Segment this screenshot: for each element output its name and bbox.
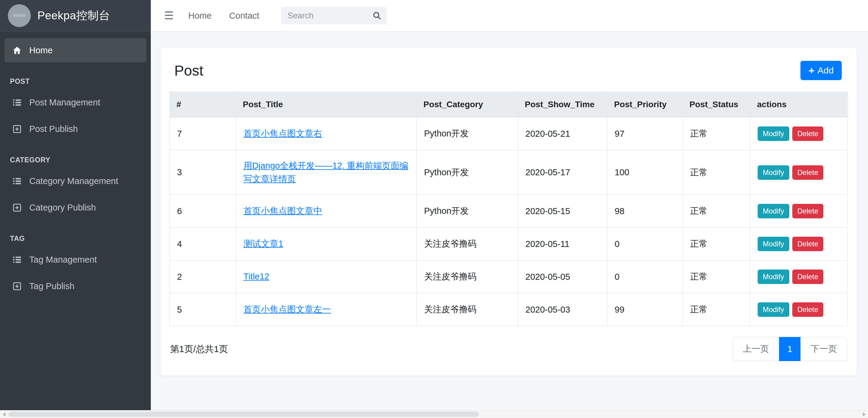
col-header-index: # bbox=[170, 92, 236, 117]
scrollbar-thumb[interactable] bbox=[8, 412, 479, 417]
post-card: Post + Add # Post_Title Post_Category Po… bbox=[160, 47, 857, 376]
horizontal-scrollbar[interactable] bbox=[0, 410, 868, 418]
modify-button[interactable]: Modify bbox=[757, 237, 789, 251]
post-category-cell: 关注皮爷撸码 bbox=[417, 260, 518, 293]
post-show-time-cell: 2020-05-05 bbox=[518, 260, 608, 293]
post-id-cell: 4 bbox=[170, 228, 236, 260]
sidebar-item-category-publish[interactable]: Category Publish bbox=[4, 196, 146, 219]
plus-icon: + bbox=[809, 65, 815, 76]
search-input[interactable] bbox=[281, 7, 386, 24]
col-header-category: Post_Category bbox=[417, 92, 518, 117]
post-title-cell: 测试文章1 bbox=[236, 228, 417, 260]
pagination-next[interactable]: 下一页 bbox=[801, 337, 847, 361]
post-status-cell: 正常 bbox=[683, 150, 750, 195]
col-header-priority: Post_Priority bbox=[608, 92, 683, 117]
sidebar-item-label: Post Publish bbox=[29, 124, 78, 134]
sidebar-section-tag: TAG bbox=[4, 222, 146, 248]
modify-button[interactable]: Modify bbox=[757, 302, 789, 317]
post-priority-cell: 0 bbox=[608, 260, 683, 293]
post-status-cell: 正常 bbox=[683, 195, 750, 228]
scroll-left-arrow-icon[interactable] bbox=[0, 411, 8, 418]
col-header-title: Post_Title bbox=[236, 92, 417, 117]
sidebar-item-tag-management[interactable]: Tag Management bbox=[4, 248, 146, 272]
list-icon bbox=[10, 255, 24, 265]
sidebar-section-post: POST bbox=[4, 65, 146, 90]
post-title-link[interactable]: 首页小焦点图文章右 bbox=[243, 129, 322, 138]
topnav-contact[interactable]: Contact bbox=[229, 11, 259, 21]
add-button[interactable]: + Add bbox=[801, 61, 842, 80]
modify-button[interactable]: Modify bbox=[757, 165, 789, 180]
post-title-cell: Title12 bbox=[236, 260, 417, 293]
post-title-link[interactable]: Title12 bbox=[243, 272, 269, 281]
post-id-cell: 2 bbox=[170, 260, 236, 293]
actions-cell: ModifyDelete bbox=[750, 117, 848, 150]
post-priority-cell: 97 bbox=[608, 117, 683, 150]
post-category-cell: Python开发 bbox=[417, 150, 518, 195]
list-icon bbox=[10, 176, 24, 186]
sidebar-item-category-management[interactable]: Category Management bbox=[4, 169, 146, 193]
table-footer: 第1页/总共1页 上一页 1 下一页 bbox=[169, 337, 848, 361]
page-title: Post bbox=[174, 62, 203, 79]
topbar: ☰ Home Contact bbox=[151, 0, 868, 32]
sidebar-item-label: Category Publish bbox=[29, 203, 96, 213]
table-row: 6 首页小焦点图文章中 Python开发 2020-05-15 98 正常 Mo… bbox=[170, 195, 848, 228]
sidebar-item-post-publish[interactable]: Post Publish bbox=[4, 117, 146, 141]
modify-button[interactable]: Modify bbox=[757, 270, 789, 284]
post-title-link[interactable]: 测试文章1 bbox=[243, 239, 283, 248]
pagination-prev[interactable]: 上一页 bbox=[733, 337, 779, 361]
modify-button[interactable]: Modify bbox=[757, 204, 789, 218]
brand-link[interactable]: Peekpa控制台 bbox=[0, 0, 151, 32]
scroll-right-arrow-icon[interactable] bbox=[860, 411, 868, 418]
post-title-link[interactable]: 首页小焦点图文章左一 bbox=[243, 305, 331, 314]
delete-button[interactable]: Delete bbox=[792, 165, 824, 180]
sidebar-item-label: Post Management bbox=[29, 98, 100, 107]
sidebar-item-label: Home bbox=[29, 45, 53, 56]
post-id-cell: 7 bbox=[170, 117, 236, 150]
post-status-cell: 正常 bbox=[683, 228, 750, 260]
post-show-time-cell: 2020-05-15 bbox=[518, 195, 608, 228]
post-title-link[interactable]: 用Django全栈开发——12. 重构前端页面编写文章详情页 bbox=[243, 161, 408, 184]
sidebar-nav: Home POST Post Management Post Publish C… bbox=[0, 32, 151, 307]
post-title-cell: 首页小焦点图文章右 bbox=[236, 117, 417, 150]
delete-button[interactable]: Delete bbox=[792, 127, 824, 141]
post-status-cell: 正常 bbox=[683, 117, 750, 150]
post-show-time-cell: 2020-05-03 bbox=[518, 293, 608, 326]
post-title-link[interactable]: 首页小焦点图文章中 bbox=[243, 206, 322, 216]
search-box bbox=[281, 7, 386, 24]
modify-button[interactable]: Modify bbox=[757, 127, 789, 141]
sidebar-item-label: Category Management bbox=[29, 176, 118, 186]
post-title-cell: 首页小焦点图文章左一 bbox=[236, 293, 417, 326]
menu-toggle-icon[interactable]: ☰ bbox=[164, 10, 174, 21]
topnav-home[interactable]: Home bbox=[188, 11, 211, 21]
table-row: 7 首页小焦点图文章右 Python开发 2020-05-21 97 正常 Mo… bbox=[170, 117, 848, 150]
post-category-cell: 关注皮爷撸码 bbox=[417, 228, 518, 260]
post-show-time-cell: 2020-05-17 bbox=[518, 150, 608, 195]
delete-button[interactable]: Delete bbox=[792, 237, 824, 251]
plus-square-icon bbox=[10, 124, 24, 134]
delete-button[interactable]: Delete bbox=[792, 204, 824, 218]
search-icon[interactable] bbox=[372, 11, 382, 21]
actions-cell: ModifyDelete bbox=[750, 293, 848, 326]
pagination-summary: 第1页/总共1页 bbox=[170, 343, 228, 355]
sidebar-item-home[interactable]: Home bbox=[4, 38, 146, 62]
delete-button[interactable]: Delete bbox=[792, 270, 824, 284]
plus-square-icon bbox=[10, 203, 24, 213]
sidebar: Peekpa控制台 Home POST Post Management Post… bbox=[0, 0, 151, 410]
pagination-current[interactable]: 1 bbox=[779, 337, 801, 361]
post-title-cell: 用Django全栈开发——12. 重构前端页面编写文章详情页 bbox=[236, 150, 417, 195]
post-priority-cell: 98 bbox=[608, 195, 683, 228]
delete-button[interactable]: Delete bbox=[792, 302, 824, 317]
home-icon bbox=[10, 45, 24, 56]
plus-square-icon bbox=[10, 281, 24, 291]
post-category-cell: Python开发 bbox=[417, 195, 518, 228]
sidebar-item-label: Tag Publish bbox=[29, 281, 74, 291]
add-button-label: Add bbox=[818, 65, 834, 76]
main-content: Post + Add # Post_Title Post_Category Po… bbox=[151, 32, 868, 410]
sidebar-item-tag-publish[interactable]: Tag Publish bbox=[4, 274, 146, 298]
table-header-row: # Post_Title Post_Category Post_Show_Tim… bbox=[170, 92, 848, 117]
table-row: 3 用Django全栈开发——12. 重构前端页面编写文章详情页 Python开… bbox=[170, 150, 848, 195]
table-row: 4 测试文章1 关注皮爷撸码 2020-05-11 0 正常 ModifyDel… bbox=[170, 228, 848, 260]
post-show-time-cell: 2020-05-21 bbox=[518, 117, 608, 150]
sidebar-item-post-management[interactable]: Post Management bbox=[4, 90, 146, 114]
actions-cell: ModifyDelete bbox=[750, 228, 848, 260]
